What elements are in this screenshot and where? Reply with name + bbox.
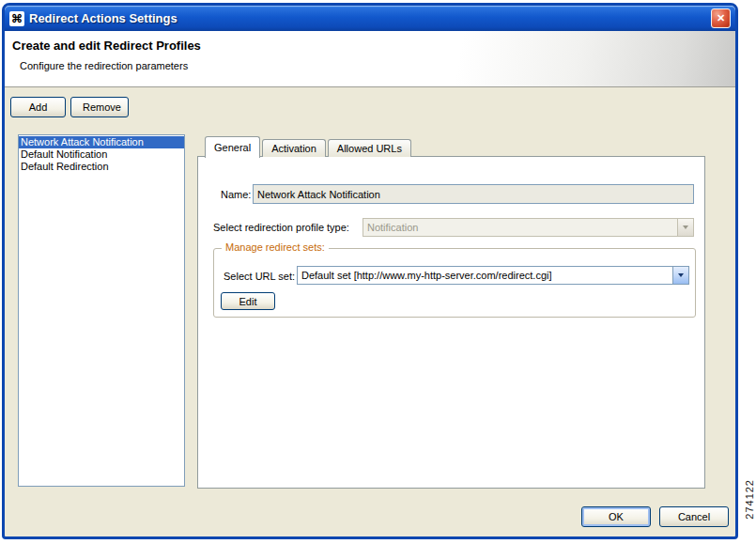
profile-type-label: Select redirection profile type:	[213, 222, 349, 233]
chevron-down-icon[interactable]	[672, 267, 688, 284]
chevron-down-icon[interactable]	[677, 219, 693, 236]
remove-button[interactable]: Remove	[70, 97, 129, 117]
profile-type-value: Notification	[363, 219, 677, 236]
tab-allowed-urls[interactable]: Allowed URLs	[328, 139, 411, 157]
app-icon: ⌘	[9, 11, 24, 26]
manage-redirect-sets-group: Manage redirect sets: Select URL set: De…	[213, 248, 696, 318]
list-item-network-attack-notification[interactable]: Network Attack Notification	[19, 136, 184, 148]
url-set-value: Default set [http://www.my-http-server.c…	[298, 267, 672, 284]
footer-buttons: OK Cancel	[581, 506, 729, 527]
edit-button[interactable]: Edit	[221, 292, 275, 310]
list-item-default-notification[interactable]: Default Notification	[19, 148, 184, 161]
tab-general[interactable]: General	[205, 136, 260, 158]
profile-list[interactable]: Network Attack Notification Default Noti…	[18, 134, 185, 487]
profile-detail-panel: General Activation Allowed URLs Name: Se…	[197, 136, 705, 489]
header-band: Create and edit Redirect Profiles Config…	[5, 31, 735, 87]
profile-type-dropdown[interactable]: Notification	[363, 218, 694, 237]
general-tab-content: Name: Select redirection profile type: N…	[197, 156, 705, 489]
page-subtitle: Configure the redirection parameters	[20, 60, 724, 71]
title-bar[interactable]: ⌘ Redirect Actions Settings ✕	[5, 6, 735, 31]
page-title: Create and edit Redirect Profiles	[12, 39, 724, 53]
name-input[interactable]	[253, 184, 694, 204]
redirect-actions-settings-dialog: ⌘ Redirect Actions Settings ✕ Create and…	[2, 3, 738, 539]
name-label: Name:	[221, 189, 251, 200]
figure-number: 274122	[744, 479, 755, 520]
tab-strip: General Activation Allowed URLs	[197, 136, 705, 157]
tab-activation[interactable]: Activation	[262, 139, 326, 157]
list-item-default-redirection[interactable]: Default Redirection	[19, 161, 184, 173]
window-title: Redirect Actions Settings	[29, 11, 177, 25]
cancel-button[interactable]: Cancel	[659, 506, 729, 527]
url-set-dropdown[interactable]: Default set [http://www.my-http-server.c…	[297, 266, 689, 285]
ok-button[interactable]: OK	[581, 506, 651, 527]
manage-redirect-sets-label: Manage redirect sets:	[222, 241, 329, 253]
add-button[interactable]: Add	[10, 97, 66, 117]
url-set-label: Select URL set:	[224, 271, 295, 282]
close-button[interactable]: ✕	[711, 8, 731, 28]
